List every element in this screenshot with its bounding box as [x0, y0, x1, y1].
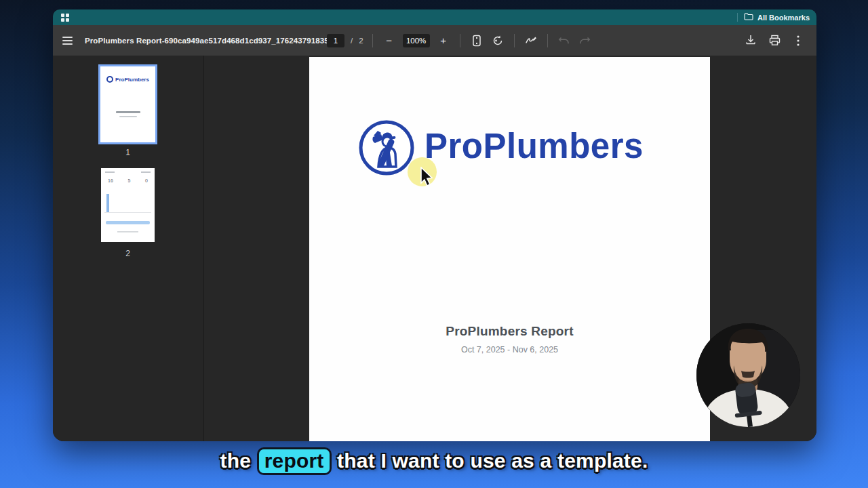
- toolbar-divider: [514, 34, 515, 47]
- webcam-overlay: [696, 323, 800, 427]
- annotate-icon[interactable]: [524, 33, 538, 48]
- thumbnail-2-label: 2: [98, 249, 157, 258]
- pdf-page: ProPlumbers ProPlumbers Report Oct 7, 20…: [309, 57, 710, 441]
- rotate-icon[interactable]: [490, 33, 505, 48]
- tab-strip-divider: [737, 13, 738, 22]
- thumbnail-1-label: 1: [98, 148, 157, 157]
- document-title: ProPlumbers Report-690ca949ae517d468d1cd…: [85, 37, 342, 45]
- redo-icon[interactable]: [578, 33, 593, 48]
- zoom-out-button[interactable]: −: [382, 33, 397, 48]
- proplumbers-logo-icon: [358, 119, 415, 179]
- print-icon[interactable]: [767, 33, 782, 48]
- thumb2-chart-bar: [106, 194, 109, 212]
- all-bookmarks-button[interactable]: All Bookmarks: [744, 13, 810, 22]
- thumb2-axis-line: [104, 212, 151, 213]
- menu-icon[interactable]: [62, 37, 73, 45]
- thumb2-footer-line: [117, 231, 138, 232]
- thumb1-brand-label: ProPlumbers: [115, 77, 149, 83]
- more-options-icon[interactable]: [791, 33, 806, 48]
- all-bookmarks-label: All Bookmarks: [757, 14, 810, 22]
- thumb2-header-lines: [101, 168, 155, 173]
- page-number-input[interactable]: 1: [327, 34, 344, 47]
- toolbar-divider: [547, 34, 548, 47]
- thumb2-stat-2: 5: [127, 178, 130, 183]
- page-total: 2: [359, 37, 363, 45]
- zoom-in-button[interactable]: +: [436, 33, 451, 48]
- toolbar-divider: [372, 34, 373, 47]
- thumb1-brand: ProPlumbers: [100, 76, 155, 83]
- tab-grid-icon[interactable]: [60, 12, 71, 23]
- pdf-toolbar: ProPlumbers Report-690ca949ae517d468d1cd…: [53, 25, 816, 56]
- thumbnail-sidebar: ProPlumbers 1 16 5 0 2: [53, 56, 204, 441]
- thumb1-date-line: [119, 116, 137, 117]
- thumb1-logo-icon: [106, 76, 113, 83]
- thumb2-stat-3: 0: [145, 178, 148, 183]
- toolbar-divider: [460, 34, 460, 47]
- page-thumbnail-2[interactable]: 16 5 0: [101, 168, 155, 242]
- tab-strip: All Bookmarks: [53, 9, 816, 25]
- report-title: ProPlumbers Report: [309, 324, 710, 339]
- page-separator: /: [351, 37, 353, 45]
- thumb2-progress-bar: [106, 221, 150, 224]
- folder-icon: [744, 13, 753, 22]
- caption-post: that I want to use as a template.: [337, 449, 648, 472]
- download-icon[interactable]: [743, 33, 758, 48]
- caption-highlighted-word: report: [259, 449, 330, 473]
- thumb2-stats: 16 5 0: [101, 173, 155, 183]
- zoom-level: 100%: [403, 34, 430, 47]
- brand-wordmark: ProPlumbers: [425, 126, 644, 166]
- thumb1-title-line: [116, 111, 140, 113]
- report-date-range: Oct 7, 2025 - Nov 6, 2025: [309, 345, 710, 354]
- subtitle-caption: the report that I want to use as a templ…: [0, 449, 868, 472]
- caption-pre: the: [220, 449, 252, 472]
- mouse-cursor-icon: [420, 167, 435, 190]
- page-thumbnail-1[interactable]: ProPlumbers: [98, 64, 157, 144]
- fit-page-icon[interactable]: [469, 33, 484, 48]
- thumb2-stat-1: 16: [108, 178, 113, 183]
- undo-icon[interactable]: [557, 33, 572, 48]
